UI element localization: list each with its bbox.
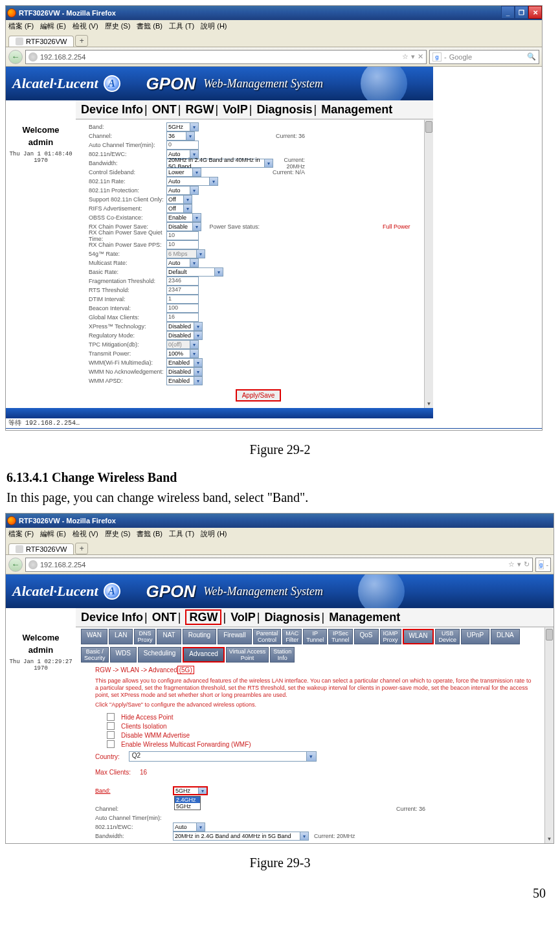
scrollbar[interactable]: ▲ ▼ — [424, 120, 433, 408]
subnav-item[interactable]: IGMPProxy — [380, 629, 401, 644]
field-select[interactable]: Disabled — [166, 322, 203, 331]
stop-icon[interactable]: ✕ — [418, 52, 423, 61]
field-select[interactable]: 0(off) — [166, 340, 199, 349]
nav-rgw[interactable]: RGW — [185, 609, 221, 625]
field-select[interactable]: Enable — [166, 213, 201, 222]
band-select[interactable]: 5GHz 2.4GHz 5GHz — [173, 786, 208, 795]
nav-ont[interactable]: ONT — [152, 103, 177, 116]
menu-file[interactable]: 檔案 (F) — [8, 529, 34, 538]
menu-view[interactable]: 檢視 (V) — [73, 529, 98, 538]
back-button[interactable]: ← — [8, 50, 23, 64]
field-select[interactable]: Enabled — [166, 376, 203, 385]
nav-device-info[interactable]: Device Info — [81, 611, 143, 624]
field-select[interactable]: Off — [166, 204, 192, 213]
maxclients-input[interactable]: 16 — [140, 767, 155, 777]
field-select[interactable]: Disabled — [166, 331, 203, 340]
menu-bookmarks[interactable]: 書籤 (B) — [137, 529, 162, 538]
menu-history[interactable]: 歷史 (S) — [105, 21, 131, 30]
field-input[interactable]: 16 — [166, 313, 199, 322]
subnav-item[interactable]: Firewall — [218, 629, 251, 644]
url-bar[interactable]: 192.168.2.254 ☆ ▾ ↻ — [25, 558, 533, 572]
star-icon[interactable]: ☆ — [402, 52, 409, 61]
subnav-item[interactable]: DLNA — [491, 629, 520, 644]
subnav-item[interactable]: Basic /Security — [81, 647, 109, 663]
menu-history[interactable]: 歷史 (S) — [105, 529, 131, 538]
menu-bookmarks[interactable]: 書籤 (B) — [137, 21, 162, 30]
field-select[interactable]: Off — [166, 195, 192, 204]
subnav-item[interactable]: NAT — [157, 629, 181, 644]
subnav-item[interactable]: WDS — [110, 647, 137, 663]
menu-file[interactable]: 檔案 (F) — [8, 21, 34, 30]
maximize-button[interactable]: ❐ — [515, 6, 528, 19]
subnav-item[interactable]: Routing — [183, 629, 216, 644]
nav-rgw[interactable]: RGW — [185, 103, 214, 116]
new-tab-button[interactable]: + — [75, 543, 88, 554]
bandwidth-select[interactable]: 20MHz in 2.4G Band and 40MHz in 5G Band — [173, 832, 309, 841]
checkbox[interactable] — [107, 713, 115, 721]
menu-edit[interactable]: 編輯 (E) — [40, 529, 66, 538]
search-icon[interactable]: 🔍 — [527, 52, 536, 61]
subnav-item[interactable]: IPSecTunnel — [328, 629, 352, 644]
back-button[interactable]: ← — [8, 558, 23, 572]
field-select[interactable]: Auto — [166, 186, 199, 195]
checkbox[interactable] — [107, 722, 115, 730]
subnav-item[interactable]: WAN — [81, 629, 107, 644]
field-input[interactable]: 2346 — [166, 277, 199, 286]
apply-save-button[interactable]: Apply/Save — [236, 389, 282, 402]
url-bar[interactable]: 192.168.2.254 ☆ ▾ ✕ — [25, 50, 427, 64]
dropdown-icon[interactable]: ▾ — [517, 560, 521, 569]
subnav-item[interactable]: Advanced — [183, 647, 224, 663]
subnav-item[interactable]: UPnP — [461, 629, 489, 644]
minimize-button[interactable]: _ — [501, 6, 515, 19]
subnav-item[interactable]: WLAN — [403, 629, 434, 644]
ewc-select[interactable]: Auto — [173, 822, 205, 832]
subnav-item[interactable]: Virtual AccessPoint — [226, 647, 269, 663]
scroll-thumb[interactable] — [425, 121, 432, 133]
subnav-item[interactable]: ParentalControl — [253, 629, 282, 644]
dropdown-icon[interactable]: ▾ — [411, 52, 415, 61]
field-select[interactable]: Default — [166, 267, 223, 277]
close-button[interactable]: ✕ — [528, 6, 542, 19]
menu-tools[interactable]: 工具 (T) — [169, 529, 194, 538]
reload-icon[interactable]: ↻ — [524, 560, 530, 569]
nav-diagnosis[interactable]: Diagnosis — [265, 611, 320, 624]
field-select[interactable]: Enabled — [166, 358, 203, 367]
field-input[interactable]: 100 — [166, 304, 199, 313]
field-select[interactable]: 6 Mbps — [166, 249, 205, 258]
menu-tools[interactable]: 工具 (T) — [169, 21, 194, 30]
subnav-item[interactable]: Scheduling — [138, 647, 181, 663]
menu-view[interactable]: 檢視 (V) — [73, 21, 98, 30]
field-input[interactable]: 10 — [166, 231, 199, 240]
field-select[interactable]: Lower — [166, 168, 201, 177]
search-bar[interactable]: g- — [535, 558, 551, 572]
browser-tab[interactable]: RTF3026VW — [8, 543, 74, 554]
field-select[interactable]: 36 — [166, 131, 195, 141]
subnav-item[interactable]: IPTunnel — [303, 629, 327, 644]
field-input[interactable]: 0 — [166, 141, 199, 150]
field-select[interactable]: 100% — [166, 349, 199, 358]
scrollbar[interactable]: ▲ ▼ — [544, 628, 554, 843]
band-option-5[interactable]: 5GHz — [175, 803, 200, 810]
nav-management[interactable]: Management — [329, 611, 400, 624]
field-input[interactable]: 2347 — [166, 286, 199, 295]
nav-voip[interactable]: VoIP — [230, 611, 256, 624]
checkbox[interactable] — [107, 731, 115, 739]
subnav-item[interactable]: StationInfo — [270, 647, 295, 663]
nav-ont[interactable]: ONT — [152, 611, 177, 624]
nav-diagnosis[interactable]: Diagnosis — [257, 103, 313, 116]
scroll-thumb[interactable] — [546, 629, 553, 640]
search-bar[interactable]: g - Google 🔍 — [429, 50, 539, 64]
nav-voip[interactable]: VoIP — [223, 103, 248, 116]
scroll-down-icon[interactable]: ▼ — [545, 834, 554, 843]
star-icon[interactable]: ☆ — [508, 560, 515, 569]
field-select[interactable]: 5GHz — [166, 122, 199, 131]
subnav-item[interactable]: QoS — [354, 629, 379, 644]
field-select[interactable]: 20MHz in 2.4G Band and 40MHz in 5G Band — [166, 159, 273, 168]
field-select[interactable]: Auto — [166, 177, 218, 186]
field-input[interactable]: 1 — [166, 295, 199, 304]
subnav-item[interactable]: USBDevice — [435, 629, 460, 644]
field-input[interactable]: 10 — [166, 240, 199, 249]
checkbox[interactable] — [107, 740, 115, 748]
scroll-down-icon[interactable]: ▼ — [425, 399, 433, 408]
subnav-item[interactable]: MACFilter — [282, 629, 302, 644]
